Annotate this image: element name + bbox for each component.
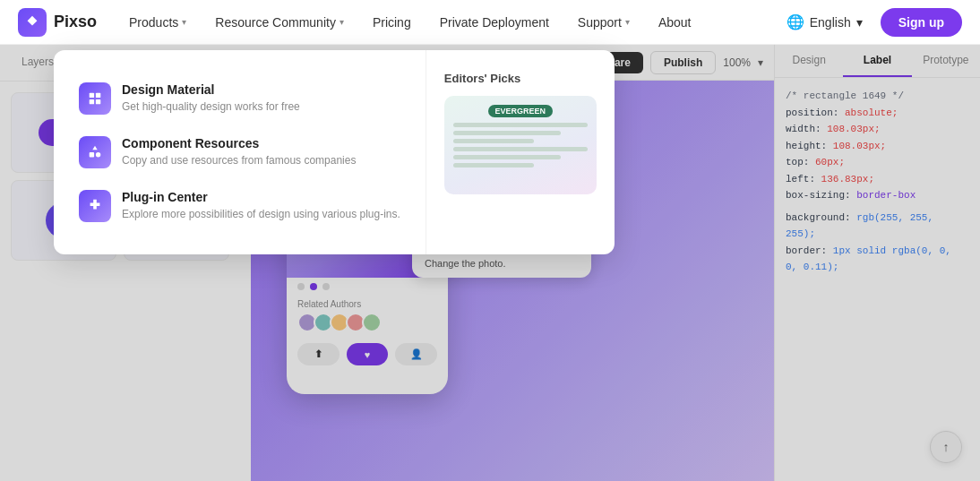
navbar: Pixso Products ▾ Resource Community ▾ Pr…: [0, 0, 980, 45]
language-selector[interactable]: 🌐 English ▾: [776, 8, 873, 36]
svg-rect-3: [96, 99, 100, 104]
design-material-text: Design Material Get high-quality design …: [122, 82, 300, 115]
nav-products[interactable]: Products ▾: [118, 10, 197, 35]
plugin-center-icon: [79, 190, 111, 222]
signup-button[interactable]: Sign up: [881, 8, 962, 37]
svg-point-5: [96, 152, 100, 157]
editors-preview[interactable]: EVERGREEN: [444, 96, 597, 194]
nav-about[interactable]: About: [648, 10, 702, 35]
logo-icon: [18, 8, 47, 37]
editors-picks-label: Editors' Picks: [444, 72, 597, 85]
products-arrow-icon: ▾: [182, 17, 186, 27]
dropdown-item-plugin-center[interactable]: Plug-in Center Explore more possibilitie…: [72, 179, 408, 233]
svg-rect-4: [90, 152, 94, 157]
design-material-icon: [79, 82, 111, 115]
evergreen-badge: EVERGREEN: [488, 105, 554, 117]
dropdown-item-design-material[interactable]: Design Material Get high-quality design …: [72, 72, 408, 125]
language-arrow-icon: ▾: [856, 15, 863, 30]
svg-rect-0: [90, 93, 94, 98]
globe-icon: 🌐: [787, 13, 804, 30]
plugin-center-text: Plug-in Center Explore more possibilitie…: [122, 190, 400, 222]
svg-rect-2: [90, 99, 94, 104]
dropdown-item-component-resources[interactable]: Component Resources Copy and use resourc…: [72, 125, 408, 179]
logo-text: Pixso: [54, 13, 97, 31]
dropdown-left: Design Material Get high-quality design …: [54, 50, 426, 254]
component-resources-icon: [79, 136, 111, 168]
resource-community-arrow-icon: ▾: [340, 17, 344, 27]
logo[interactable]: Pixso: [18, 8, 97, 37]
nav-resource-community[interactable]: Resource Community ▾: [204, 10, 355, 35]
dropdown-right: Editors' Picks EVERGREEN: [426, 50, 615, 254]
dropdown-overlay: Design Material Get high-quality design …: [0, 45, 980, 254]
dropdown-panel: Design Material Get high-quality design …: [54, 50, 615, 254]
component-resources-text: Component Resources Copy and use resourc…: [122, 136, 356, 168]
nav-support[interactable]: Support ▾: [567, 10, 640, 35]
nav-private-deployment[interactable]: Private Deployment: [429, 10, 560, 35]
support-arrow-icon: ▾: [625, 17, 630, 27]
svg-rect-1: [96, 93, 100, 98]
nav-pricing[interactable]: Pricing: [362, 10, 422, 35]
